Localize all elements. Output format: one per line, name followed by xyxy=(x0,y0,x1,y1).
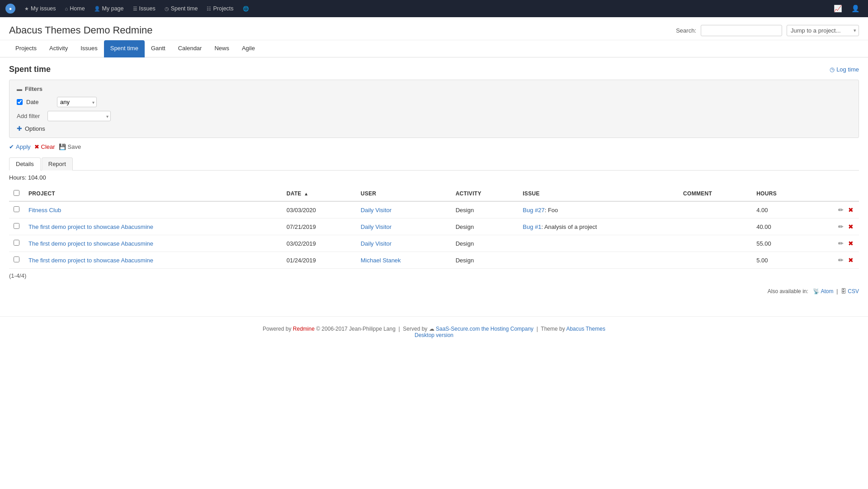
nav-global[interactable]: 🌐 xyxy=(239,0,253,17)
chart-icon[interactable]: 📈 xyxy=(831,5,845,13)
date-filter-checkbox[interactable] xyxy=(17,99,23,105)
table-tabs: Details Report xyxy=(9,157,859,171)
row-checkbox[interactable] xyxy=(14,256,19,262)
add-filter-select-wrapper xyxy=(47,111,111,121)
main-content: Spent time ◷ Log time ▬ Filters Date any… xyxy=(0,57,868,307)
nav-spent-time[interactable]: ◷ Spent time xyxy=(161,0,202,17)
delete-button[interactable]: ✖ xyxy=(847,239,854,248)
issue-link[interactable]: Bug #27 xyxy=(523,207,544,214)
project-link[interactable]: The first demo project to showcase Abacu… xyxy=(28,223,153,230)
col-hours: HOURS xyxy=(752,186,808,201)
user-link[interactable]: Michael Stanek xyxy=(361,257,401,264)
delete-button[interactable]: ✖ xyxy=(847,256,854,265)
site-title: Abacus Themes Demo Redmine xyxy=(9,24,153,36)
nav-projects[interactable]: ☷ Projects xyxy=(203,0,237,17)
table-row: The first demo project to showcase Abacu… xyxy=(9,235,859,252)
action-buttons: ✔ Apply ✖ Clear 💾 Save xyxy=(9,143,859,150)
comment-cell xyxy=(679,218,752,235)
search-label: Search: xyxy=(676,27,696,34)
add-filter-label: Add filter xyxy=(17,113,44,119)
desktop-version-link[interactable]: Desktop version xyxy=(415,332,453,338)
filters-label: Filters xyxy=(25,85,42,92)
page-title: Spent time xyxy=(9,65,51,74)
save-icon: 💾 xyxy=(59,143,66,150)
subnav-spent-time[interactable]: Spent time xyxy=(104,40,145,57)
subnav-news[interactable]: News xyxy=(208,40,236,57)
user-link[interactable]: Daily Visitor xyxy=(361,207,392,214)
delete-button[interactable]: ✖ xyxy=(847,222,854,231)
table-row: The first demo project to showcase Abacu… xyxy=(9,252,859,269)
col-issue: ISSUE xyxy=(518,186,679,201)
subnav-activity[interactable]: Activity xyxy=(43,40,74,57)
save-button[interactable]: 💾 Save xyxy=(59,143,81,150)
subnav-issues[interactable]: Issues xyxy=(74,40,104,57)
project-select-wrapper: Jump to a project... xyxy=(787,25,859,36)
subnav-agile[interactable]: Agile xyxy=(236,40,261,57)
project-select[interactable]: Jump to a project... xyxy=(787,25,859,36)
time-entries-table: PROJECT DATE ▲ USER ACTIVITY ISSUE COMME… xyxy=(9,186,859,269)
col-user: USER xyxy=(356,186,451,201)
subnav-projects[interactable]: Projects xyxy=(9,40,43,57)
project-link[interactable]: The first demo project to showcase Abacu… xyxy=(28,240,153,247)
redmine-link[interactable]: Redmine xyxy=(293,326,315,332)
edit-button[interactable]: ✏ xyxy=(837,256,844,265)
nav-home[interactable]: ⌂ Home xyxy=(61,0,89,17)
search-input[interactable] xyxy=(701,25,782,36)
user-link[interactable]: Daily Visitor xyxy=(361,223,392,230)
edit-button[interactable]: ✏ xyxy=(837,239,844,248)
atom-link[interactable]: Atom xyxy=(821,288,834,294)
options-row[interactable]: ✚ Options xyxy=(17,125,851,132)
apply-button[interactable]: ✔ Apply xyxy=(9,143,31,150)
col-activity: ACTIVITY xyxy=(451,186,519,201)
delete-button[interactable]: ✖ xyxy=(847,205,854,214)
tab-report[interactable]: Report xyxy=(42,157,73,171)
comment-cell xyxy=(679,201,752,218)
logo[interactable]: ● xyxy=(5,4,15,14)
col-comment: COMMENT xyxy=(679,186,752,201)
clear-button[interactable]: ✖ Clear xyxy=(34,143,55,150)
activity-cell: Design xyxy=(451,252,519,269)
date-filter-select[interactable]: any today this week this month xyxy=(57,97,97,107)
page-header: Abacus Themes Demo Redmine Search: Jump … xyxy=(0,17,868,40)
project-link[interactable]: The first demo project to showcase Abacu… xyxy=(28,257,153,264)
footer: Powered by Redmine © 2006-2017 Jean-Phil… xyxy=(0,316,868,347)
row-checkbox[interactable] xyxy=(14,240,19,246)
edit-button[interactable]: ✏ xyxy=(837,205,844,214)
list-icon: ☰ xyxy=(133,6,137,12)
globe-icon: 🌐 xyxy=(243,6,249,12)
nav-my-page[interactable]: 👤 My page xyxy=(90,0,127,17)
tab-details[interactable]: Details xyxy=(9,157,41,171)
account-icon[interactable]: 👤 xyxy=(849,5,863,13)
nav-my-issues[interactable]: ★ My issues xyxy=(21,0,60,17)
project-link[interactable]: Fitness Club xyxy=(28,207,61,214)
comment-cell xyxy=(679,252,752,269)
hours-cell: 55.00 xyxy=(752,235,808,252)
csv-link[interactable]: CSV xyxy=(848,288,859,294)
filters-toggle[interactable]: ▬ Filters xyxy=(17,85,851,92)
subnav-calendar[interactable]: Calendar xyxy=(172,40,208,57)
col-date[interactable]: DATE ▲ xyxy=(282,186,356,201)
select-all-checkbox[interactable] xyxy=(14,190,19,196)
add-filter-row: Add filter xyxy=(17,111,851,121)
hours-summary: Hours: 104.00 xyxy=(9,171,859,185)
subnav-gantt[interactable]: Gantt xyxy=(145,40,172,57)
table-header-row: PROJECT DATE ▲ USER ACTIVITY ISSUE COMME… xyxy=(9,186,859,201)
nav-issues[interactable]: ☰ Issues xyxy=(129,0,159,17)
log-time-link[interactable]: ◷ Log time xyxy=(830,66,859,73)
add-filter-select[interactable] xyxy=(47,111,111,121)
grid-icon: ☷ xyxy=(207,6,211,12)
abacus-link[interactable]: Abacus Themes xyxy=(566,326,605,332)
hours-cell: 5.00 xyxy=(752,252,808,269)
date-cell: 03/02/2019 xyxy=(282,235,356,252)
saas-link[interactable]: SaaS-Secure.com the Hosting Company xyxy=(436,326,533,332)
date-cell: 01/24/2019 xyxy=(282,252,356,269)
row-checkbox[interactable] xyxy=(14,206,19,212)
issue-link[interactable]: Bug #1 xyxy=(523,223,541,230)
sort-arrow-icon: ▲ xyxy=(304,191,308,196)
row-checkbox[interactable] xyxy=(14,223,19,229)
user-link[interactable]: Daily Visitor xyxy=(361,240,392,247)
comment-cell xyxy=(679,235,752,252)
clock-icon: ◷ xyxy=(165,6,169,12)
filters-box: ▬ Filters Date any today this week this … xyxy=(9,80,859,138)
edit-button[interactable]: ✏ xyxy=(837,222,844,231)
